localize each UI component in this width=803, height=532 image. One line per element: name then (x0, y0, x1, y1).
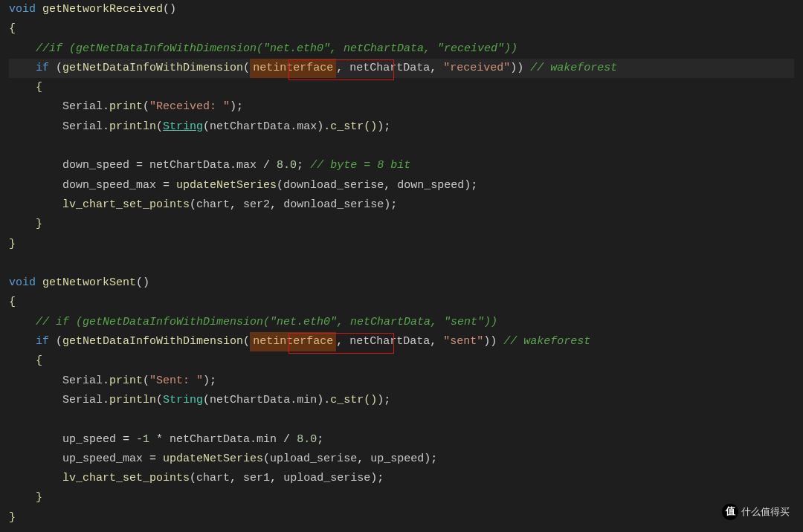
code-line: lv_chart_set_points(chart, ser1, upload_… (9, 469, 794, 488)
code-line: Serial.println(String(netChartData.max).… (9, 117, 794, 137)
code-line: Serial.println(String(netChartData.min).… (9, 391, 794, 410)
code-line: void getNetworkSent() (9, 273, 794, 293)
watermark: 值 什么值得买 (722, 502, 790, 522)
code-line: //if (getNetDataInfoWithDimension("net.e… (9, 39, 794, 59)
code-line: } (9, 215, 794, 234)
code-line: } (9, 235, 794, 254)
code-line: // if (getNetDataInfoWithDimension("net.… (9, 313, 794, 332)
code-line: down_speed_max = updateNetSeries(downloa… (9, 176, 794, 195)
code-line: up_speed = -1 * netChartData.min / 8.0; (9, 430, 794, 450)
code-line: { (9, 19, 794, 39)
code-line: { (9, 293, 794, 312)
code-line: void getNetworkReceived() (9, 0, 794, 19)
code-line: lv_chart_set_points(chart, ser2, downloa… (9, 195, 794, 215)
code-editor[interactable]: void getNetworkReceived() { //if (getNet… (9, 0, 794, 528)
watermark-text: 什么值得买 (741, 502, 790, 522)
code-line-current: if (getNetDataInfoWithDimension(netinter… (9, 59, 794, 78)
code-line: Serial.print("Sent: "); (9, 372, 794, 391)
code-line (9, 254, 794, 273)
code-line: if (getNetDataInfoWithDimension(netinter… (9, 332, 794, 351)
code-line: } (9, 488, 794, 507)
code-line (9, 410, 794, 429)
code-line: up_speed_max = updateNetSeries(upload_se… (9, 450, 794, 469)
code-line: } (9, 508, 794, 528)
watermark-icon: 值 (722, 504, 738, 520)
code-line: down_speed = netChartData.max / 8.0; // … (9, 156, 794, 175)
highlighted-variable: netinterface (250, 59, 336, 78)
code-line (9, 137, 794, 156)
code-line: Serial.print("Received: "); (9, 97, 794, 117)
code-line: { (9, 351, 794, 371)
highlighted-variable: netinterface (250, 332, 336, 351)
code-line: { (9, 78, 794, 97)
